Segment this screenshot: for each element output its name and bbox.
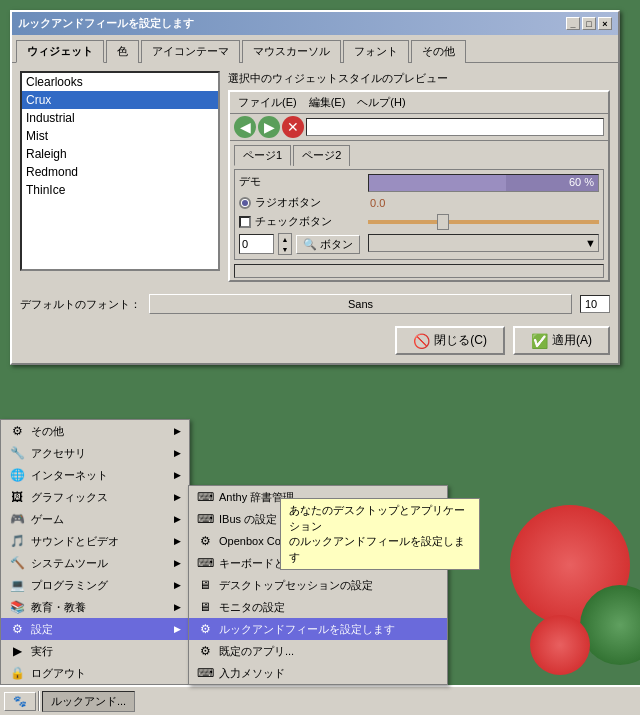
desktop-session-icon: 🖥 [197,577,213,593]
menu-internet[interactable]: 🌐 インターネット ▶ [1,464,189,486]
other-icon: ⚙ [9,423,25,439]
slider-track [368,220,599,224]
tab-widget[interactable]: ウィジェット [16,40,104,63]
submenu-arrow-icon-4: ▶ [174,492,181,502]
menu-system-tools-label: システムツール [31,556,108,571]
maximize-button[interactable]: □ [582,17,596,30]
tab-bar: ウィジェット 色 アイコンテーマ マウスカーソル フォント その他 [12,35,618,63]
tab-mouse-cursor[interactable]: マウスカーソル [242,40,341,63]
preview-menu-edit[interactable]: 編集(E) [305,94,350,111]
internet-icon: 🌐 [9,467,25,483]
tooltip-line2: のルックアンドフィールを設定します [289,534,471,565]
nav-stop-button[interactable]: ✕ [282,116,304,138]
sound-icon: 🎵 [9,533,25,549]
close-icon: 🚫 [413,333,430,349]
theme-industrial[interactable]: Industrial [22,109,218,127]
menu-system-tools[interactable]: 🔨 システムツール ▶ [1,552,189,574]
submenu-desktop-session[interactable]: 🖥 デスクトップセッションの設定 [189,574,447,596]
minimize-button[interactable]: _ [566,17,580,30]
anthy-icon: ⌨ [197,489,213,505]
theme-crux[interactable]: Crux [22,91,218,109]
nav-back-button[interactable]: ◀ [234,116,256,138]
tab-font[interactable]: フォント [343,40,409,63]
theme-mist[interactable]: Mist [22,127,218,145]
demo-area: デモ ラジオボタン チェックボタン ▲ [234,169,604,260]
spinbox-input[interactable] [239,234,274,254]
checkbox[interactable] [239,216,251,228]
font-name-button[interactable]: Sans [149,294,572,314]
close-label: 閉じる(C) [434,332,487,349]
address-bar[interactable] [306,118,604,136]
submenu-arrow-icon: ▶ [174,426,181,436]
submenu-input-method[interactable]: ⌨ 入力メソッド [189,662,447,684]
tab-icon-theme[interactable]: アイコンテーマ [141,40,240,63]
tooltip: あなたのデスクトップとアプリケーション のルックアンドフィールを設定します [280,498,480,570]
search-icon: 🔍 [303,238,317,250]
dropdown[interactable]: ▼ [368,234,599,252]
theme-redmond[interactable]: Redmond [22,163,218,181]
logout-icon: 🔒 [9,665,25,681]
preview-window: ファイル(E) 編集(E) ヘルプ(H) ◀ ▶ ✕ ページ1 ページ2 [228,90,610,282]
submenu-arrow-icon-6: ▶ [174,536,181,546]
menu-other[interactable]: ⚙ その他 ▶ [1,420,189,442]
search-button[interactable]: 🔍 ボタン [296,235,360,254]
slider-container [368,214,599,230]
submenu-ibus-label: IBus の設定 [219,512,277,527]
start-icon: 🐾 [13,695,27,708]
theme-raleigh[interactable]: Raleigh [22,145,218,163]
slider-thumb[interactable] [437,214,449,230]
input-method-icon: ⌨ [197,665,213,681]
submenu-input-method-label: 入力メソッド [219,666,285,681]
nav-forward-button[interactable]: ▶ [258,116,280,138]
menu-run-label: 実行 [31,644,53,659]
preview-tab-page1[interactable]: ページ1 [234,145,291,166]
theme-thinice[interactable]: ThinIce [22,181,218,199]
close-button[interactable]: 🚫 閉じる(C) [395,326,505,355]
openbox-icon: ⚙ [197,533,213,549]
theme-list[interactable]: Clearlooks Crux Industrial Mist Raleigh … [20,71,220,271]
menu-sound-label: サウンドとビデオ [31,534,119,549]
menu-settings[interactable]: ⚙ 設定 ▶ [1,618,189,640]
submenu-laf[interactable]: ⚙ ルックアンドフィールを設定します [189,618,447,640]
submenu-monitor[interactable]: 🖥 モニタの設定 [189,596,447,618]
menu-accessory[interactable]: 🔧 アクセサリ ▶ [1,442,189,464]
menu-graphics[interactable]: 🖼 グラフィックス ▶ [1,486,189,508]
menu-logout-label: ログアウト [31,666,86,681]
menu-game[interactable]: 🎮 ゲーム ▶ [1,508,189,530]
programming-icon: 💻 [9,577,25,593]
system-tools-icon: 🔨 [9,555,25,571]
progress-bar-container: 60 % [368,174,599,192]
submenu-default-apps[interactable]: ⚙ 既定のアプリ... [189,640,447,662]
submenu-arrow-icon-3: ▶ [174,470,181,480]
bg-dot-3 [530,615,590,675]
apply-button[interactable]: ✅ 適用(A) [513,326,610,355]
tab-other[interactable]: その他 [411,40,466,63]
close-window-button[interactable]: × [598,17,612,30]
spin-down-button[interactable]: ▼ [279,244,291,254]
menu-education[interactable]: 📚 教育・教養 ▶ [1,596,189,618]
preview-tab-page2[interactable]: ページ2 [293,145,350,166]
submenu-arrow-icon-2: ▶ [174,448,181,458]
menu-programming[interactable]: 💻 プログラミング ▶ [1,574,189,596]
menu-programming-label: プログラミング [31,578,108,593]
menu-run[interactable]: ▶ 実行 [1,640,189,662]
font-label: デフォルトのフォント： [20,297,141,312]
menu-sound[interactable]: 🎵 サウンドとビデオ ▶ [1,530,189,552]
preview-panel: 選択中のウィジェットスタイルのプレビュー ファイル(E) 編集(E) ヘルプ(H… [228,71,610,282]
preview-tabs: ページ1 ページ2 [230,141,608,165]
taskbar-window-item[interactable]: ルックアンド... [42,691,135,712]
theme-clearlooks[interactable]: Clearlooks [22,73,218,91]
preview-menu-file[interactable]: ファイル(E) [234,94,301,111]
tab-color[interactable]: 色 [106,40,139,63]
menu-logout[interactable]: 🔒 ログアウト [1,662,189,684]
start-button[interactable]: 🐾 [4,692,36,711]
taskbar-divider [38,691,40,711]
preview-menu-help[interactable]: ヘルプ(H) [353,94,409,111]
default-apps-icon: ⚙ [197,643,213,659]
radio-button[interactable] [239,197,251,209]
font-size-input[interactable] [580,295,610,313]
status-bar [234,264,604,278]
left-menu: ⚙ その他 ▶ 🔧 アクセサリ ▶ 🌐 インターネット ▶ 🖼 グラフィックス … [0,419,190,685]
submenu-arrow-icon-9: ▶ [174,602,181,612]
spin-up-button[interactable]: ▲ [279,234,291,244]
